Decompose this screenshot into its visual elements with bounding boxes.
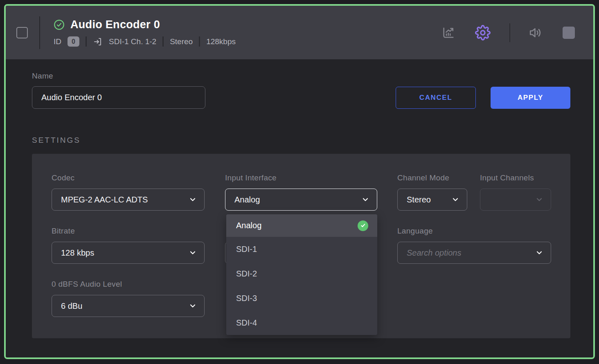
menu-option-sdi4[interactable]: SDI-4 [226, 310, 377, 335]
encoder-body: Name CANCEL APPLY SETTINGS Codec MPEG-2 … [6, 59, 593, 359]
language-field: Language [397, 227, 551, 264]
input-interface-label: Input Interface [225, 173, 377, 182]
input-channels-label: Input Channels [480, 173, 551, 182]
stop-icon[interactable] [563, 27, 575, 39]
channel-mode-label: Channel Mode [397, 173, 467, 182]
codec-label: Codec [52, 173, 205, 182]
settings-heading: SETTINGS [32, 136, 570, 145]
input-channels-field: Input Channels [480, 173, 551, 211]
input-interface-select[interactable]: Analog [225, 189, 377, 211]
language-label: Language [397, 227, 551, 236]
selected-check-icon [358, 220, 368, 231]
encoder-card: Audio Encoder 0 ID 0 SDI-1 Ch. 1-2 Stere… [4, 4, 595, 359]
bitrate-label: Bitrate [52, 227, 205, 236]
select-encoder-checkbox[interactable] [16, 27, 28, 38]
meta-separator [86, 36, 87, 47]
channel-mode-text: Stereo [170, 37, 193, 46]
encoder-meta: ID 0 SDI-1 Ch. 1-2 Stereo 128kbps [54, 36, 236, 47]
header-actions [441, 23, 575, 42]
bitrate-field: Bitrate 128 kbps [52, 227, 205, 264]
codec-field: Codec MPEG-2 AAC-LC ADTS [52, 173, 205, 211]
header-divider [39, 16, 40, 49]
audio-level-select[interactable]: 6 dBu [52, 295, 205, 317]
page-background: Audio Encoder 0 ID 0 SDI-1 Ch. 1-2 Stere… [0, 0, 599, 364]
audio-level-field: 0 dBFS Audio Level 6 dBu [52, 280, 205, 317]
cancel-button[interactable]: CANCEL [396, 87, 476, 109]
meta-separator [162, 36, 164, 47]
settings-gear-icon[interactable] [475, 25, 491, 40]
chevron-down-icon [189, 249, 197, 257]
menu-option-sdi2[interactable]: SDI-2 [226, 261, 377, 286]
channel-mode-select[interactable]: Stereo [397, 189, 467, 211]
actions-divider [509, 23, 510, 42]
bitrate-select[interactable]: 128 kbps [52, 242, 205, 264]
input-channels-select[interactable] [480, 189, 551, 211]
encoder-header: Audio Encoder 0 ID 0 SDI-1 Ch. 1-2 Stere… [6, 6, 593, 59]
bitrate-text: 128kbps [206, 37, 236, 46]
chevron-down-icon [361, 195, 369, 204]
title-block: Audio Encoder 0 ID 0 SDI-1 Ch. 1-2 Stere… [54, 18, 236, 47]
chevron-down-icon [535, 195, 543, 204]
name-input[interactable] [32, 86, 205, 109]
language-search-input[interactable] [407, 248, 525, 258]
id-label: ID [54, 37, 61, 46]
chevron-down-icon [451, 195, 459, 204]
apply-button[interactable]: APPLY [491, 87, 570, 109]
input-source-icon [93, 37, 103, 47]
settings-panel: Codec MPEG-2 AAC-LC ADTS Input Interface… [32, 154, 570, 338]
audio-level-label: 0 dBFS Audio Level [52, 280, 205, 289]
chevron-down-icon [189, 302, 197, 310]
encoder-title: Audio Encoder 0 [70, 18, 160, 31]
language-select[interactable] [397, 242, 551, 264]
menu-option-sdi1[interactable]: SDI-1 [226, 237, 377, 261]
id-badge: 0 [68, 36, 79, 47]
chevron-down-icon [535, 249, 543, 257]
input-interface-field: Input Interface Analog [225, 173, 377, 211]
menu-option-analog[interactable]: Analog [226, 214, 377, 237]
volume-icon[interactable] [528, 25, 543, 40]
input-interface-menu: Analog SDI-1 SDI-2 SDI-3 SDI-4 [226, 214, 377, 335]
menu-option-sdi3[interactable]: SDI-3 [226, 286, 377, 310]
codec-select[interactable]: MPEG-2 AAC-LC ADTS [52, 189, 205, 211]
name-label: Name [32, 59, 570, 81]
input-source-text: SDI-1 Ch. 1-2 [109, 37, 156, 46]
status-ok-icon [54, 19, 65, 30]
channel-mode-field: Channel Mode Stereo [397, 173, 467, 211]
chevron-down-icon [189, 195, 197, 204]
stats-icon[interactable] [441, 26, 455, 40]
meta-separator [199, 36, 200, 47]
